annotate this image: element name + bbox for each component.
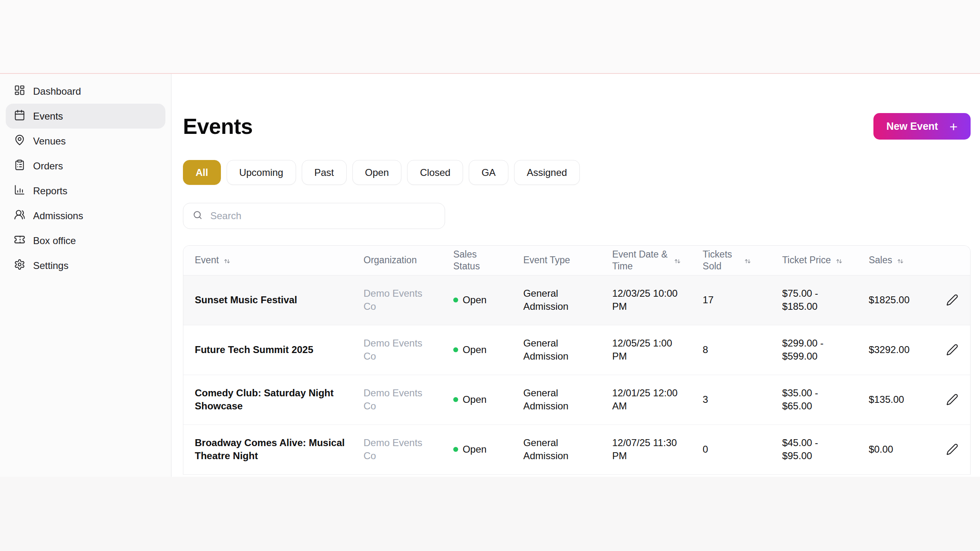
filter-chip-past[interactable]: Past [302,160,347,185]
table-row[interactable]: Comedy Club: Saturday Night Showcase Dem… [183,375,970,424]
clipboard-icon [14,159,25,173]
table-row[interactable]: Sunset Music Festival Demo Events Co Ope… [183,275,970,325]
column-header-event-type[interactable]: Event Type [523,246,612,275]
filter-chip-assigned[interactable]: Assigned [514,160,580,185]
ticket-price: $299.00 - $599.00 [782,338,823,362]
column-header-tickets-sold[interactable]: Tickets Sold [703,246,782,275]
sales-total: $0.00 [869,444,893,455]
filter-bar: All Upcoming Past Open Closed GA Assigne… [183,160,971,185]
filter-chip-ga[interactable]: GA [469,160,508,185]
table-row[interactable]: Broadway Comes Alive: Musical Theatre Ni… [183,424,970,474]
sidebar: Dashboard Events Venues Orders Reports A… [0,74,172,477]
status-dot-icon [453,298,458,302]
pencil-icon [946,294,958,306]
gear-icon [14,259,25,273]
organization: Demo Events Co [363,387,422,411]
sales-total: $135.00 [869,394,904,405]
status-badge: Open [453,293,515,307]
sidebar-item-label: Admissions [33,210,83,222]
sidebar-item-label: Orders [33,160,63,172]
sidebar-item-events[interactable]: Events [6,104,165,129]
sort-icon [835,256,843,264]
organization: Demo Events Co [363,338,422,362]
top-band [0,0,980,74]
column-header-sales[interactable]: Sales [869,246,942,275]
event-name: Sunset Music Festival [195,294,297,305]
column-header-date[interactable]: Event Date & Time [612,246,703,275]
search-input[interactable] [209,210,436,222]
sidebar-item-dashboard[interactable]: Dashboard [6,79,165,104]
event-type: General Admission [523,387,568,411]
edit-event-button[interactable] [943,344,962,356]
event-datetime: 12/07/25 11:30 PM [612,437,677,461]
pencil-icon [946,443,958,455]
main-content: Events New Event + All Upcoming Past Ope… [172,74,980,477]
page-title: Events [183,114,253,139]
sidebar-item-reports[interactable]: Reports [6,178,165,203]
tickets-sold: 8 [703,344,708,355]
dashboard-icon [14,84,25,98]
event-datetime: 12/05/25 1:00 PM [612,338,672,362]
table-header-row: Event Organization Sales Status Event Ty… [183,246,970,275]
sidebar-item-orders[interactable]: Orders [6,153,165,178]
tickets-sold: 0 [703,444,708,455]
filter-chip-open[interactable]: Open [352,160,402,185]
event-datetime: 12/03/25 10:00 PM [612,288,677,312]
sidebar-item-settings[interactable]: Settings [6,253,165,278]
sort-icon [223,256,231,264]
status-badge: Open [453,343,515,356]
sidebar-item-label: Box office [33,235,76,247]
map-pin-icon [14,134,25,148]
sort-icon [673,256,682,264]
edit-event-button[interactable] [943,443,962,455]
sales-total: $1825.00 [869,294,909,305]
table-row[interactable]: Future Tech Summit 2025 Demo Events Co O… [183,325,970,375]
organization: Demo Events Co [363,288,422,312]
column-header-actions [943,246,970,275]
column-header-ticket-price[interactable]: Ticket Price [782,246,869,275]
tickets-sold: 17 [703,294,714,305]
status-dot-icon [453,347,458,352]
event-name: Comedy Club: Saturday Night Showcase [195,387,334,411]
status-badge: Open [453,393,515,406]
status-dot-icon [453,397,458,402]
filter-chip-all[interactable]: All [183,160,221,185]
search-icon [192,210,203,222]
calendar-icon [14,109,25,123]
status-dot-icon [453,447,458,452]
ticket-icon [14,234,25,248]
column-header-organization[interactable]: Organization [363,246,453,275]
ticket-price: $75.00 - $185.00 [782,288,818,312]
sidebar-item-label: Dashboard [33,86,81,97]
tickets-sold: 3 [703,394,708,405]
pencil-icon [946,344,958,356]
filter-chip-upcoming[interactable]: Upcoming [227,160,296,185]
event-name: Future Tech Summit 2025 [195,344,313,355]
events-table: Event Organization Sales Status Event Ty… [183,245,971,475]
app-shell: Dashboard Events Venues Orders Reports A… [0,74,980,477]
edit-event-button[interactable] [943,393,962,406]
organization: Demo Events Co [363,437,422,461]
plus-icon: + [949,120,958,133]
sidebar-item-box-office[interactable]: Box office [6,228,165,253]
edit-event-button[interactable] [943,294,962,306]
new-event-button[interactable]: New Event + [873,113,971,140]
bar-chart-icon [14,184,25,198]
sidebar-item-venues[interactable]: Venues [6,129,165,153]
event-type: General Admission [523,338,568,362]
sidebar-item-admissions[interactable]: Admissions [6,203,165,228]
sales-total: $3292.00 [869,344,909,355]
sort-icon [744,256,752,264]
new-event-label: New Event [886,120,938,132]
sidebar-item-label: Settings [33,260,69,271]
status-badge: Open [453,443,515,456]
sidebar-item-label: Reports [33,185,67,197]
column-header-sales-status[interactable]: Sales Status [453,246,523,275]
ticket-price: $35.00 - $65.00 [782,387,818,411]
sort-icon [896,256,904,264]
filter-chip-closed[interactable]: Closed [407,160,463,185]
event-datetime: 12/01/25 12:00 AM [612,387,677,411]
ticket-price: $45.00 - $95.00 [782,437,818,461]
column-header-event[interactable]: Event [183,246,363,275]
users-icon [14,209,25,223]
